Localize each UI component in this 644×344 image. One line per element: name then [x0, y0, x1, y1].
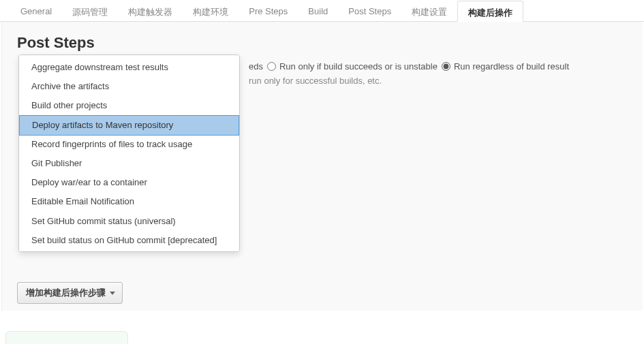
- form-footer: 保存 Apply: [5, 331, 128, 344]
- tab-pre-steps[interactable]: Pre Steps: [239, 1, 298, 22]
- radio-option-regardless[interactable]: Run regardless of build result: [442, 61, 569, 72]
- dropdown-item[interactable]: Set GitHub commit status (universal): [19, 212, 239, 231]
- tab-build-settings[interactable]: 构建设置: [401, 1, 457, 22]
- radio-regardless-input[interactable]: [442, 62, 450, 71]
- dropdown-item[interactable]: Editable Email Notification: [19, 192, 239, 211]
- post-steps-section: Post Steps eds Run only if build succeed…: [1, 22, 643, 311]
- radio-unstable-input[interactable]: [267, 62, 276, 71]
- radio-option-unstable[interactable]: Run only if build succeeds or is unstabl…: [267, 61, 438, 72]
- radio-option-succeeds-partial: eds: [249, 61, 263, 72]
- tab-post-steps[interactable]: Post Steps: [338, 1, 401, 22]
- dropdown-item[interactable]: Record fingerprints of files to track us…: [19, 135, 239, 154]
- config-tabs: General 源码管理 构建触发器 构建环境 Pre Steps Build …: [0, 0, 644, 22]
- tab-build[interactable]: Build: [298, 1, 338, 22]
- section-title: Post Steps: [17, 34, 628, 52]
- add-post-build-step-button[interactable]: 增加构建后操作步骤: [17, 282, 123, 304]
- radio-regardless-label: Run regardless of build result: [454, 61, 569, 72]
- chevron-down-icon: [110, 292, 115, 295]
- tab-build-triggers[interactable]: 构建触发器: [118, 1, 183, 22]
- dropdown-item[interactable]: Deploy war/ear to a container: [19, 173, 239, 192]
- dropdown-item[interactable]: Archive the artifacts: [19, 77, 239, 96]
- radio-unstable-label: Run only if build succeeds or is unstabl…: [279, 61, 438, 72]
- dropdown-item[interactable]: Git Publisher: [19, 154, 239, 173]
- tab-build-environment[interactable]: 构建环境: [183, 1, 239, 22]
- dropdown-item[interactable]: Build other projects: [19, 96, 239, 115]
- tab-general[interactable]: General: [10, 1, 62, 22]
- tab-post-build-actions[interactable]: 构建后操作: [457, 1, 523, 22]
- add-post-build-step-menu[interactable]: Aggregate downstream test resultsArchive…: [18, 54, 240, 252]
- dropdown-item[interactable]: Aggregate downstream test results: [19, 58, 239, 77]
- add-post-build-step-label: 增加构建后操作步骤: [26, 287, 106, 299]
- dropdown-item[interactable]: Deploy artifacts to Maven repository: [19, 115, 239, 136]
- dropdown-item[interactable]: Set build status on GitHub commit [depre…: [19, 231, 239, 250]
- dropdown-item[interactable]: Delete workspace when build is done: [19, 250, 239, 252]
- tab-source-management[interactable]: 源码管理: [62, 1, 118, 22]
